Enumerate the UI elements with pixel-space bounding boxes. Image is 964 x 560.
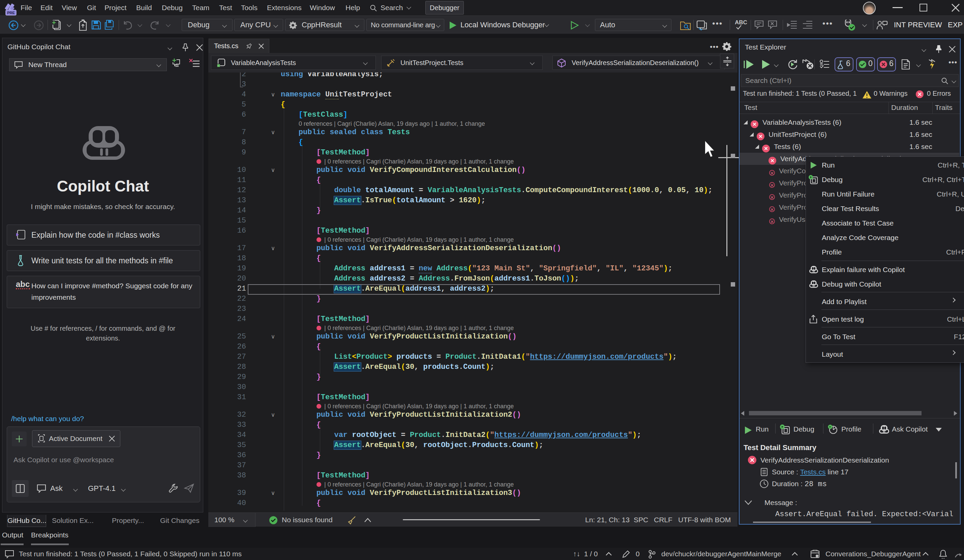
svg-text:PRE: PRE — [7, 11, 15, 15]
